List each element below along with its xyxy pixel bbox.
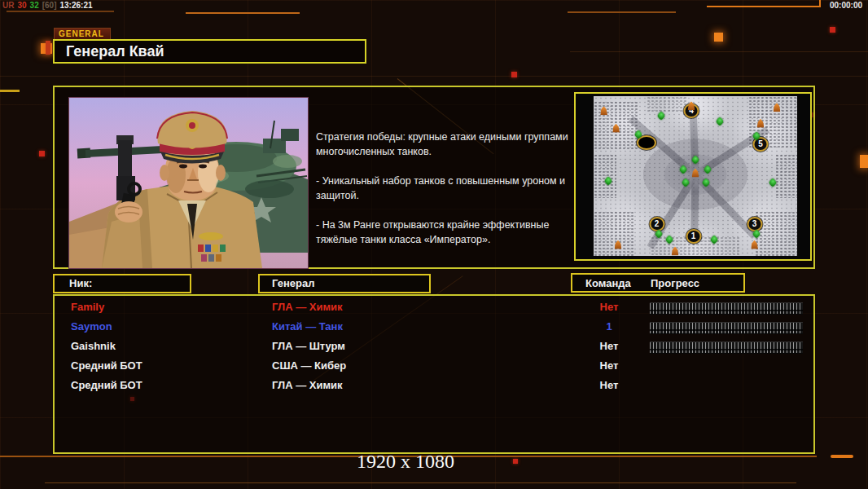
player-row: Saymon Китай — Танк 1 — [55, 317, 813, 337]
general-description: Стратегия победы: крупные атаки едиными … — [316, 130, 575, 262]
players-panel: Family ГЛА — Химик Нет Saymon Китай — Та… — [53, 294, 815, 454]
player-team: Нет — [585, 337, 633, 356]
loading-screen: { "status_bar": { "label_ur": "UR", "val… — [0, 0, 868, 489]
player-nick: Family — [71, 297, 104, 317]
bg-line — [0, 90, 20, 92]
player-nick: Saymon — [71, 317, 112, 337]
debug-status-bar: UR3032[60]13:26:21 — [2, 1, 96, 11]
general-info-panel: Стратегия победы: крупные атаки едиными … — [53, 86, 815, 269]
bg-red-node — [511, 72, 517, 77]
header-team-progress: Команда Прогресс — [571, 273, 745, 293]
bg-line — [7, 11, 114, 12]
header-general: Генерал — [258, 274, 431, 293]
player-team: Нет — [585, 297, 633, 317]
match-clock: 00:00:00 — [830, 1, 862, 11]
map-start-position: 3 — [747, 217, 762, 231]
player-team: 1 — [585, 317, 633, 337]
bg-orange-node — [714, 33, 723, 42]
general-portrait — [68, 97, 309, 269]
general-title: Генерал Квай — [53, 39, 366, 64]
bg-line — [707, 6, 821, 7]
player-general: ГЛА — Штурм — [272, 337, 345, 356]
player-nick: Gaishnik — [71, 337, 116, 356]
bg-line — [45, 482, 796, 483]
player-load-progress-bar — [650, 341, 803, 354]
player-general: США — Кибер — [272, 356, 346, 376]
bg-red-node — [830, 27, 835, 33]
map-canvas: 45231 — [594, 96, 797, 256]
description-line: - Уникальный набор танков с повышенным у… — [316, 174, 575, 203]
player-general: Китай — Танк — [272, 317, 343, 337]
player-team: Нет — [585, 356, 633, 376]
bg-line — [186, 12, 300, 14]
map-start-position: 2 — [649, 217, 664, 231]
description-line: Стратегия победы: крупные атаки едиными … — [316, 130, 575, 159]
header-team: Команда — [585, 275, 631, 292]
status-value-b: 32 — [30, 1, 39, 10]
map-start-position: 1 — [686, 229, 701, 244]
header-progress: Прогресс — [651, 275, 699, 292]
player-nick: Средний БОТ — [71, 376, 142, 395]
player-row: Средний БОТ США — Кибер Нет — [55, 356, 813, 376]
general-portrait-art — [69, 98, 308, 268]
bg-red-node — [46, 41, 50, 55]
player-nick: Средний БОТ — [71, 356, 142, 376]
description-line: - На 3м Ранге открываются крайне эффекти… — [316, 218, 575, 247]
header-nick: Ник: — [53, 274, 191, 293]
player-row: Family ГЛА — Химик Нет — [55, 297, 813, 317]
status-ur: UR — [2, 1, 14, 10]
bg-orange-node — [860, 155, 868, 168]
resolution-label: 1920 x 1080 — [0, 450, 811, 473]
status-value-a: 30 — [17, 1, 26, 10]
player-general: ГЛА — Химик — [272, 297, 343, 317]
player-team: Нет — [585, 376, 633, 395]
bg-line — [570, 51, 868, 52]
bg-line — [0, 76, 868, 77]
player-row: Gaishnik ГЛА — Штурм Нет — [55, 337, 813, 356]
player-load-progress-bar — [650, 322, 803, 334]
player-general: ГЛА — Химик — [272, 376, 343, 395]
bg-red-node — [39, 151, 45, 156]
bg-line — [831, 455, 853, 458]
player-row: Средний БОТ ГЛА — Химик Нет — [55, 376, 813, 395]
general-tab-label: GENERAL — [54, 28, 111, 40]
status-value-c: [60] — [42, 1, 57, 10]
player-list: Family ГЛА — Химик Нет Saymon Китай — Та… — [55, 297, 813, 395]
bg-line — [568, 11, 676, 13]
map-preview-frame: 45231 — [574, 92, 812, 261]
bg-line — [819, 0, 821, 7]
status-time: 13:26:21 — [60, 1, 93, 10]
player-load-progress-bar — [650, 302, 803, 315]
